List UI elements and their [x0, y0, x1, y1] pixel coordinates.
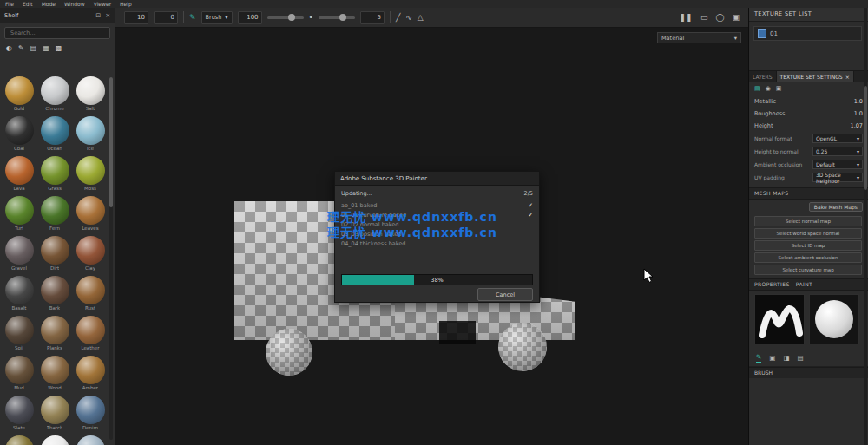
- rectangle-select-icon[interactable]: ▭: [700, 14, 708, 22]
- pause-engine-icon[interactable]: ❚❚: [680, 14, 693, 22]
- flow-field[interactable]: 100: [238, 11, 262, 24]
- truck-front-wheel[interactable]: [498, 323, 547, 371]
- channel-value[interactable]: 1.0: [854, 98, 863, 105]
- material-item[interactable]: Steel: [74, 435, 107, 445]
- flow-slider[interactable]: [267, 16, 304, 19]
- material-item[interactable]: Snow: [38, 435, 71, 445]
- material-item[interactable]: Leaf: [3, 435, 36, 445]
- materials-filter-icon[interactable]: ◐: [6, 44, 12, 52]
- spacing-field[interactable]: 5: [360, 11, 385, 24]
- alphas-filter-icon[interactable]: ▤: [30, 44, 37, 52]
- brushes-filter-icon[interactable]: ✎: [18, 44, 24, 52]
- right-panel: TEXTURE SET LIST 01 LAYERS TEXTURE SET S…: [748, 8, 868, 445]
- setting-dropdown[interactable]: OpenGL ▾: [812, 134, 863, 143]
- textures-filter-icon[interactable]: ▦: [43, 44, 49, 52]
- material-item[interactable]: Fern: [38, 196, 71, 231]
- material-item[interactable]: Mud: [3, 356, 36, 390]
- material-item[interactable]: Coal: [3, 116, 36, 151]
- material-name: Fern: [49, 226, 60, 231]
- straight-line-icon[interactable]: ╱: [396, 14, 400, 22]
- material-item[interactable]: Denim: [74, 396, 107, 430]
- material-item[interactable]: Slate: [3, 396, 36, 430]
- camera-icon[interactable]: ▣: [732, 14, 740, 22]
- paint-tool-icon[interactable]: ✎: [756, 353, 761, 363]
- channel-slider-row[interactable]: Height 1.07: [749, 120, 868, 132]
- brush-alpha-preview[interactable]: [754, 294, 805, 344]
- menu-item[interactable]: Mode: [42, 1, 56, 7]
- menu-item[interactable]: Viewer: [94, 1, 111, 7]
- ellipse-select-icon[interactable]: ◯: [715, 14, 724, 22]
- setting-dropdown[interactable]: 0.25 ▾: [812, 147, 863, 156]
- brush-preset-dropdown[interactable]: Brush ▾: [201, 11, 233, 24]
- texture-set-item[interactable]: 01: [753, 26, 862, 41]
- channel-value[interactable]: 1.0: [854, 110, 863, 117]
- material-item[interactable]: Salt: [74, 76, 107, 111]
- material-item[interactable]: Chrome: [38, 76, 71, 111]
- material-item[interactable]: Ice: [74, 116, 107, 151]
- square-view-icon[interactable]: ▣: [776, 85, 782, 92]
- menu-item[interactable]: File: [5, 1, 14, 7]
- tab-layers[interactable]: LAYERS: [749, 71, 777, 82]
- scrollbar-thumb[interactable]: [109, 77, 113, 207]
- material-item[interactable]: Clay: [74, 236, 107, 271]
- symmetry-icon[interactable]: △: [418, 14, 424, 22]
- channel-slider-row[interactable]: Metallic 1.0: [749, 95, 868, 108]
- lazy-mouse-icon[interactable]: ∿: [405, 14, 412, 22]
- material-item[interactable]: Leather: [74, 316, 107, 350]
- material-item[interactable]: Ocean: [38, 116, 71, 151]
- material-item[interactable]: Planks: [38, 316, 71, 350]
- tab-texture-set-settings[interactable]: TEXTURE SET SETTINGS ×: [777, 71, 854, 82]
- material-item[interactable]: Moss: [74, 156, 107, 191]
- material-item[interactable]: Dirt: [38, 236, 71, 271]
- material-item[interactable]: Wood: [38, 356, 71, 390]
- material-item[interactable]: Grass: [38, 156, 71, 191]
- brush-size-field[interactable]: 10: [124, 11, 148, 24]
- eraser-tool-icon[interactable]: ▣: [769, 354, 775, 363]
- menu-item[interactable]: Help: [120, 1, 132, 7]
- world-icon[interactable]: ◉: [766, 85, 771, 92]
- setting-dropdown[interactable]: Default ▾: [812, 160, 863, 169]
- material-item[interactable]: Basalt: [3, 276, 36, 311]
- shelf-titlebar[interactable]: Shelf ⊡ ×: [0, 8, 115, 23]
- grid-view-icon[interactable]: ▩: [56, 44, 62, 52]
- spacing-slider[interactable]: [319, 16, 355, 19]
- geometry-mask-icon[interactable]: ▤: [797, 354, 803, 363]
- material-item[interactable]: Lava: [3, 156, 36, 191]
- list-view-icon[interactable]: ▤: [754, 85, 760, 92]
- select-mesh-map-button[interactable]: Select ambient occlusion: [754, 252, 862, 263]
- right-panel-scrollbar[interactable]: [864, 8, 867, 445]
- shelf-scrollbar[interactable]: [109, 77, 113, 440]
- brush-angle-field[interactable]: 0: [154, 11, 178, 24]
- scrollbar-thumb[interactable]: [864, 86, 867, 190]
- material-item[interactable]: Gravel: [3, 236, 36, 271]
- close-icon[interactable]: ×: [845, 74, 850, 80]
- select-mesh-map-button[interactable]: Select curvature map: [754, 265, 862, 275]
- select-mesh-map-button[interactable]: Select world space normal: [754, 228, 862, 239]
- material-item[interactable]: Gold: [3, 76, 36, 111]
- brush-material-preview[interactable]: [809, 294, 859, 344]
- close-icon[interactable]: ×: [105, 12, 110, 19]
- select-mesh-map-button[interactable]: Select normal map: [754, 216, 862, 226]
- channel-slider-row[interactable]: Roughness 1.0: [749, 108, 868, 120]
- pencil-icon[interactable]: ✎: [189, 14, 196, 22]
- projection-tool-icon[interactable]: ◨: [783, 354, 789, 363]
- shading-mode-dropdown[interactable]: Material ▾: [657, 32, 741, 43]
- material-item[interactable]: Bark: [38, 276, 71, 311]
- search-input[interactable]: [9, 29, 106, 37]
- material-item[interactable]: Turf: [3, 196, 36, 231]
- cancel-button[interactable]: Cancel: [477, 288, 533, 301]
- material-item[interactable]: Amber: [74, 356, 107, 390]
- menu-item[interactable]: Window: [64, 1, 85, 7]
- dialog-titlebar[interactable]: Adobe Substance 3D Painter: [335, 172, 539, 186]
- float-panel-icon[interactable]: ⊡: [95, 12, 101, 19]
- material-item[interactable]: Soil: [3, 316, 36, 350]
- material-item[interactable]: Leaves: [74, 196, 107, 231]
- material-item[interactable]: Rust: [74, 276, 107, 311]
- setting-dropdown[interactable]: 3D Space Neighbor ▾: [812, 173, 863, 182]
- menu-item[interactable]: Edit: [23, 1, 33, 7]
- bake-mesh-maps-button[interactable]: Bake Mesh Maps: [809, 202, 863, 212]
- material-item[interactable]: Thatch: [38, 396, 71, 430]
- truck-rear-wheel[interactable]: [266, 329, 312, 376]
- channel-value[interactable]: 1.07: [851, 122, 863, 129]
- select-mesh-map-button[interactable]: Select ID map: [754, 240, 862, 251]
